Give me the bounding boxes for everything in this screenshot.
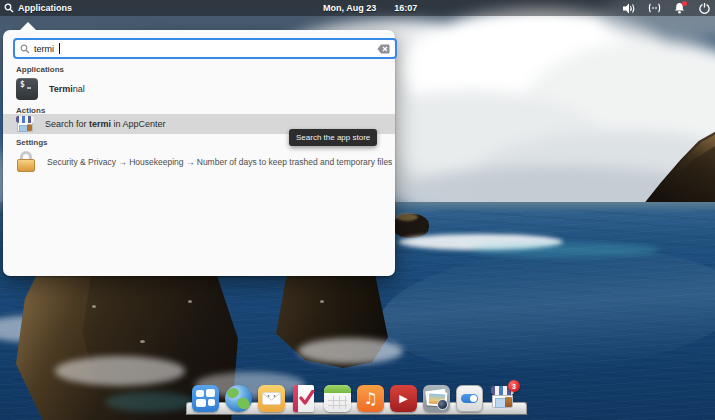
- result-row-terminal[interactable]: $ Terminal: [3, 75, 395, 102]
- islet-highlight: [396, 213, 418, 221]
- wave-wash: [470, 243, 660, 257]
- appcenter-icon: [16, 115, 34, 133]
- terminal-label: Terminal: [49, 84, 85, 94]
- clear-search-icon[interactable]: [377, 44, 390, 54]
- search-input-value: termi: [34, 44, 54, 54]
- dock-item-settings[interactable]: [455, 384, 484, 413]
- power-icon[interactable]: [698, 2, 711, 15]
- search-icon: [20, 44, 30, 54]
- appcenter-update-badge: 3: [508, 380, 520, 392]
- desktop: Applications Mon, Aug 23 16:07: [0, 0, 715, 420]
- lock-icon: [16, 151, 36, 173]
- web-browser-icon: [225, 385, 252, 412]
- applications-launcher: termi Applications $ Terminal Actions S: [3, 30, 395, 276]
- popup-pointer: [20, 22, 36, 30]
- panel-indicators: [623, 0, 711, 16]
- result-row-housekeeping[interactable]: Security & Privacy → Housekeeping → Numb…: [3, 148, 395, 176]
- tooltip: Search the app store: [289, 129, 377, 146]
- applications-menu-button[interactable]: Applications: [4, 0, 72, 16]
- dock: ♫ ▶ 3: [191, 384, 517, 413]
- dock-item-tasks[interactable]: [290, 384, 319, 413]
- dock-item-mail[interactable]: [257, 384, 286, 413]
- foam-rock-right: [298, 338, 403, 364]
- dock-item-web[interactable]: [224, 384, 253, 413]
- panel-time: 16:07: [394, 3, 417, 13]
- appcenter-action-label: Search for termi in AppCenter: [45, 119, 166, 129]
- section-header-settings: Settings: [16, 138, 48, 147]
- top-panel: Applications Mon, Aug 23 16:07: [0, 0, 715, 16]
- text-caret: [59, 43, 60, 54]
- panel-date: Mon, Aug 23: [323, 3, 376, 13]
- network-icon[interactable]: [648, 2, 661, 15]
- applications-label: Applications: [18, 3, 72, 13]
- wash-teal: [105, 392, 195, 412]
- search-icon: [4, 3, 14, 13]
- dock-item-calendar[interactable]: [323, 384, 352, 413]
- volume-icon[interactable]: [623, 2, 636, 15]
- housekeeping-label: Security & Privacy → Housekeeping → Numb…: [47, 157, 392, 167]
- dock-item-multitasking[interactable]: [191, 384, 220, 413]
- terminal-icon: $: [16, 78, 38, 100]
- section-header-applications: Applications: [16, 65, 64, 74]
- dock-item-appcenter[interactable]: 3: [488, 384, 517, 413]
- notifications-icon[interactable]: [673, 2, 686, 15]
- datetime-indicator[interactable]: Mon, Aug 23 16:07: [323, 0, 417, 16]
- search-input[interactable]: termi: [13, 38, 397, 59]
- notification-alert-dot: [682, 1, 687, 6]
- dock-item-videos[interactable]: ▶: [389, 384, 418, 413]
- dock-item-music[interactable]: ♫: [356, 384, 385, 413]
- videos-icon: ▶: [390, 385, 417, 412]
- music-icon: ♫: [357, 385, 384, 412]
- dock-item-photos[interactable]: [422, 384, 451, 413]
- foam-rock-left: [55, 356, 185, 386]
